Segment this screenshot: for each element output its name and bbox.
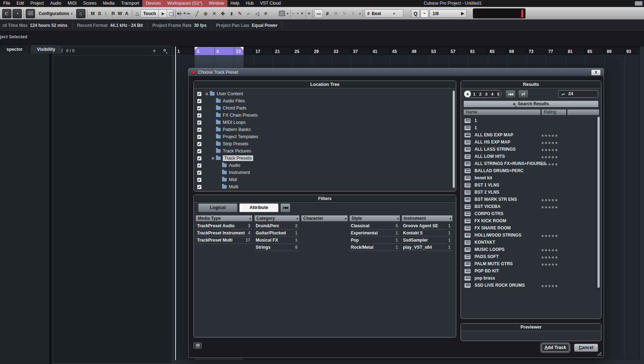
filter-column-header-style[interactable]: Style▾ (349, 215, 400, 222)
crossfade-icon[interactable]: ⌖ (308, 10, 311, 16)
mute-tool-icon[interactable]: ✥ (218, 9, 227, 18)
result-row[interactable]: BST 2 VLNS (462, 189, 598, 196)
filter-value-row[interactable]: Classical5 (349, 222, 400, 229)
configurations-dropdown[interactable]: Configurations (39, 11, 69, 16)
tree-row[interactable]: ✔Chord Pads (194, 105, 456, 112)
menu-item-vst-cloud[interactable]: VST Cloud (257, 0, 284, 7)
result-row[interactable]: ALL STRINGS FX+RUNS+FIGURES***** (462, 160, 598, 167)
tree-expander-icon[interactable]: − (205, 92, 208, 96)
grid-type-dropdown[interactable]: # Beat ▾ (365, 9, 403, 18)
filter-column-header-character[interactable]: Character▾ (301, 215, 348, 222)
results-column-rating[interactable]: Rating (541, 109, 566, 115)
tree-row[interactable]: ✔Track Pictures (194, 147, 456, 155)
tree-item-label[interactable]: Audio (229, 163, 240, 168)
filter-value-row[interactable]: Pop1 (349, 237, 400, 244)
checkbox-checked-icon[interactable]: ✔ (197, 149, 202, 154)
result-row[interactable]: BST 1 VLNS (462, 181, 598, 189)
result-row[interactable]: FX SNARE ROOM (462, 224, 598, 232)
filter-column-header-instrument[interactable]: Instrument▾ (402, 215, 453, 222)
zoom-tool-icon[interactable]: ⊕ (201, 9, 210, 18)
erase-tool-icon[interactable]: ✕ (210, 9, 218, 18)
snap-on-off-icon[interactable]: »« (314, 9, 323, 18)
monitor-button-l[interactable]: L (103, 11, 110, 16)
status-value[interactable]: 44.1 kHz - 24 Bit (110, 23, 143, 28)
tree-item-label[interactable]: Multi (229, 184, 238, 189)
tab-spector[interactable]: spector (0, 45, 29, 54)
snap-option-icon[interactable]: ↻ (340, 9, 349, 18)
logical-tab-button[interactable]: Logical (198, 203, 237, 212)
vertical-scrollbar[interactable] (639, 47, 644, 364)
checkbox-checked-icon[interactable]: ✔ (197, 99, 202, 103)
result-row[interactable]: BST VICEBA***** (462, 203, 598, 210)
filter-value-row[interactable]: TrackPreset Multi17 (196, 237, 252, 244)
results-view-toggle-button[interactable] (193, 343, 202, 349)
checkbox-checked-icon[interactable]: ✔ (197, 127, 202, 132)
iterative-quantize-icon[interactable]: ~ (421, 9, 428, 18)
menu-item-hub[interactable]: Hub (242, 0, 257, 7)
dialog-title-bar[interactable]: Choose Track Preset (188, 68, 604, 77)
tree-expander-icon[interactable]: − (211, 157, 215, 160)
monitor-button-w[interactable]: W (117, 11, 123, 16)
tree-row[interactable]: ✔Multi (194, 183, 456, 190)
result-row[interactable]: benet kit (462, 174, 598, 181)
quantize-button[interactable]: Q (411, 9, 420, 18)
setup-window-layout-icon[interactable] (26, 9, 35, 18)
glue-tool-icon[interactable]: ✑ (184, 9, 193, 18)
attribute-tab-button[interactable]: Attribute (239, 203, 279, 212)
tree-row[interactable]: ✔Instrument (194, 169, 456, 176)
line-tool-icon[interactable]: ╱ (193, 9, 201, 18)
result-row[interactable]: pop brass (462, 275, 598, 282)
add-track-plus-icon[interactable]: + (153, 48, 156, 54)
result-row[interactable]: POP BD KIT (462, 267, 598, 275)
filter-value-row[interactable]: play_VST_x641 (402, 244, 453, 251)
checkbox-checked-icon[interactable]: ✔ (197, 135, 202, 139)
rating-digit-5[interactable]: 5 (495, 92, 501, 96)
tree-item-label[interactable]: MIDI Loops (223, 120, 246, 125)
filter-value-row[interactable]: Strings6 (254, 244, 300, 251)
search-results-button[interactable]: Search Results (463, 101, 599, 107)
comp-tool-icon[interactable]: ||| (227, 9, 236, 18)
result-row[interactable]: PALM MUTE GTRS***** (462, 260, 598, 267)
time-warp-tool-icon[interactable]: ⌐ (244, 9, 253, 18)
menu-item-devices[interactable]: Devices (142, 0, 164, 7)
filter-value-row[interactable]: Drum&Perc2 (254, 222, 300, 229)
shuffle-results-button[interactable]: ⇄ (518, 90, 529, 98)
result-row[interactable]: ALL HS EXP MAP***** (462, 139, 598, 146)
result-row[interactable]: HOLLIWOOD STRINGS***** (462, 232, 598, 239)
filter-value-row[interactable]: Groove Agent SE1 (402, 222, 453, 229)
home-icon[interactable]: ⌂ (76, 9, 85, 18)
window-controls-button[interactable] (635, 1, 643, 6)
filter-value-row[interactable]: Rock/Metal1 (349, 244, 400, 251)
monitor-button-s[interactable]: S (96, 11, 103, 16)
status-value[interactable]: Equal Power (252, 23, 277, 28)
result-row[interactable]: ALL LOW HITS***** (462, 153, 598, 160)
status-value[interactable]: 124 hours 52 mins (30, 23, 68, 28)
tree-row[interactable]: ✔Pattern Banks (194, 126, 456, 133)
tree-item-label[interactable]: Audio Files (223, 98, 245, 103)
checkbox-checked-icon[interactable]: ✔ (197, 170, 202, 175)
tab-visibility[interactable]: Visibility (30, 45, 62, 54)
result-row[interactable]: FX KICK ROOM (462, 217, 598, 224)
checkbox-checked-icon[interactable]: ✔ (197, 142, 202, 146)
result-row[interactable]: BST MARK STR ENS***** (462, 196, 598, 203)
results-column-name[interactable]: Name (463, 109, 541, 115)
filter-column-header-category[interactable]: Category▾ (254, 215, 300, 222)
menu-item-midi[interactable]: MIDI (64, 0, 80, 7)
menu-item-transport[interactable]: Transport (118, 0, 142, 7)
tree-item-label[interactable]: Track Presets (223, 155, 253, 161)
reset-filters-button[interactable]: |◀◀ (280, 203, 290, 212)
activate-project-icon[interactable]: ◔ (13, 9, 22, 18)
filter-value-row[interactable]: TrackPreset Instrument4 (196, 229, 252, 237)
play-tool-icon[interactable]: ◁ (253, 9, 261, 18)
tree-item-label[interactable]: Instrument (229, 170, 250, 175)
result-row[interactable]: ALL LASS STRINGS***** (462, 146, 598, 153)
color-tool-icon[interactable]: ✳ (261, 9, 270, 18)
menu-item-media[interactable]: Media (100, 0, 118, 7)
rating-digit-4[interactable]: 4 (489, 92, 495, 96)
rating-stars[interactable]: ***** (541, 284, 559, 291)
result-row[interactable]: 1 (462, 124, 598, 131)
search-tracks-icon[interactable] (163, 49, 166, 52)
timeline-ruler[interactable]: 1591317212529333741454953576165697377818… (174, 47, 644, 55)
filter-value-row[interactable]: SsdSampler1 (402, 237, 453, 244)
checkbox-checked-icon[interactable]: ✔ (197, 163, 202, 168)
